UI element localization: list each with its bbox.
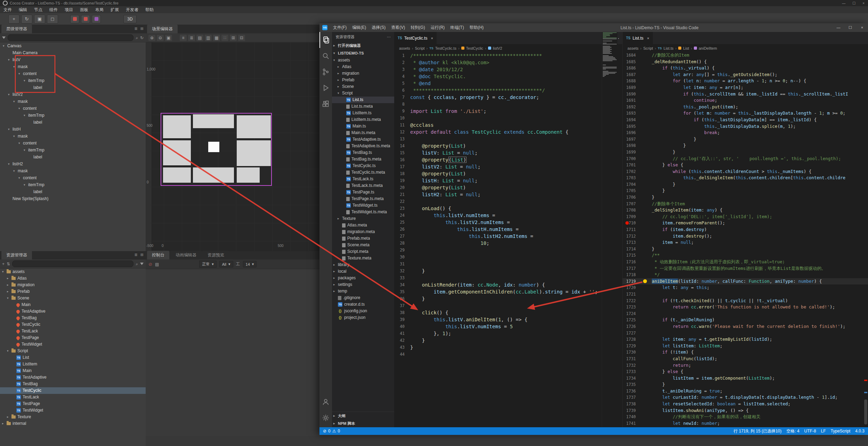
tab-console-2[interactable]: 资源预览 <box>203 251 229 259</box>
code-line[interactable]: 28 10; <box>394 240 622 247</box>
asset-item[interactable]: TSMain <box>0 367 146 374</box>
code-line[interactable]: 1740 //判断有没有下一个，如果有的话，创建相关 <box>623 414 868 420</box>
asset-item[interactable]: TSTestBag <box>0 381 146 387</box>
move-tool-button[interactable]: + <box>8 15 19 24</box>
breadcrumbs[interactable]: assets›Script›TSList.ts›List›aniDelItem <box>623 44 868 52</box>
code-line[interactable]: 1696 break; <box>623 130 868 136</box>
code-line[interactable]: 6 **************************************… <box>394 87 622 94</box>
close-tab-icon[interactable]: × <box>431 36 433 40</box>
code-line[interactable]: 1701 } else { <box>623 162 868 168</box>
code-line[interactable]: 12export default class TestCyclic extend… <box>394 129 622 135</box>
more-actions-icon[interactable]: ⋯ <box>387 35 391 39</box>
cursor-position[interactable]: 行 1719, 列 15 (已选择10) <box>733 428 781 434</box>
code-line[interactable]: 22 <box>394 198 622 205</box>
hierarchy-node-item[interactable]: ▾itemTmp <box>0 147 146 154</box>
code-line[interactable]: 1710 item.removeFromParent(); <box>623 220 868 226</box>
chevron-right-icon[interactable]: ▸ <box>7 414 11 420</box>
zoom-in-icon[interactable]: ⊕ <box>148 35 155 41</box>
hierarchy-node-item[interactable]: ▾listV2 <box>0 91 146 98</box>
explorer-file-item[interactable]: ▾assets <box>332 57 394 64</box>
code-editor[interactable]: 1/**************************************… <box>394 52 622 427</box>
log-level-select[interactable]: 正常▾ <box>199 261 217 268</box>
asset-item[interactable]: Main <box>0 302 146 308</box>
explorer-file-item[interactable]: Prefab.meta <box>332 235 394 242</box>
explorer-file-item[interactable]: ▾Script <box>332 90 394 97</box>
minimize-icon[interactable]: — <box>842 1 845 5</box>
code-line[interactable]: 1718 */ <box>623 272 868 278</box>
breadcrumb-item[interactable]: Script <box>415 46 424 50</box>
menu-item[interactable]: 查看(V) <box>388 25 408 30</box>
code-line[interactable]: 21 listH2: List = null; <box>394 191 622 198</box>
chevron-down-icon[interactable]: ▾ <box>13 133 18 140</box>
scene-node-box[interactable] <box>193 167 234 183</box>
explorer-file-item[interactable]: ▸library <box>332 262 394 268</box>
asset-item[interactable]: TSTestCyclic <box>0 387 146 394</box>
hierarchy-node-item[interactable]: New Sprite(Splash) <box>0 195 146 202</box>
chevron-right-icon[interactable]: ▸ <box>333 262 338 268</box>
explorer-file-item[interactable]: Atlas.meta <box>332 222 394 229</box>
code-line[interactable]: 1717 * 一定要在回调函数里重新设置新的numItems进行刷新，毕竟本Li… <box>623 265 868 272</box>
explorer-file-item[interactable]: TSTestAdaptive.ts <box>332 136 394 143</box>
hierarchy-node-item[interactable]: ▾mask <box>0 98 146 105</box>
explorer-file-item[interactable]: TSMain.ts <box>332 123 394 130</box>
explorer-file-item[interactable]: ListItem.ts.meta <box>332 116 394 123</box>
code-line[interactable]: 5 * @end <box>394 80 622 87</box>
hierarchy-node-item[interactable]: label <box>0 188 146 195</box>
code-line[interactable]: 16 @property(List) <box>394 156 622 163</box>
chevron-down-icon[interactable]: ▾ <box>7 348 11 354</box>
code-line[interactable]: 24 this.listV.numItems = <box>394 212 622 219</box>
filter-funnel-icon[interactable] <box>140 263 144 265</box>
gizmo-toggle-button[interactable] <box>81 15 90 23</box>
code-line[interactable]: 4 * @doc TestCyclic. <box>394 73 622 80</box>
scene-node-box[interactable] <box>237 167 260 183</box>
hierarchy-search-input[interactable] <box>8 34 133 41</box>
asset-item[interactable]: TSTestPage <box>0 400 146 407</box>
menu-item[interactable]: 文件(F) <box>330 25 349 30</box>
menu-item[interactable]: 帮助(H) <box>467 25 487 30</box>
chevron-down-icon[interactable]: ▾ <box>13 63 18 70</box>
code-line[interactable]: 37 <box>394 302 622 309</box>
code-line[interactable]: 15 listV: List = null; <box>394 149 622 156</box>
hierarchy-node-item[interactable]: ▾content <box>0 140 146 147</box>
panel-menu-icon[interactable]: ≣ <box>135 253 138 257</box>
menu-item[interactable]: 项目 <box>61 7 76 13</box>
chevron-right-icon[interactable]: ▸ <box>7 282 11 288</box>
code-line[interactable]: 1727 <box>623 330 868 337</box>
menu-item[interactable]: 帮助 <box>142 7 157 13</box>
code-line[interactable]: 8 <box>394 101 622 108</box>
project-section[interactable]: ▾ LISTDEMO-TS <box>332 49 394 57</box>
scene-node-box[interactable] <box>193 114 234 128</box>
scrollbar[interactable] <box>863 32 868 427</box>
hierarchy-node-item[interactable]: ▾content <box>0 70 146 77</box>
code-line[interactable]: 1697 } <box>623 136 868 143</box>
code-line[interactable]: 18 @property(List) <box>394 170 622 177</box>
chevron-down-icon[interactable]: ▾ <box>333 57 338 64</box>
explorer-file-item[interactable]: TestLack.ts.meta <box>332 182 394 189</box>
run-debug-icon[interactable] <box>319 80 332 96</box>
3d-mode-button[interactable]: 3D <box>123 15 137 23</box>
hierarchy-node-item[interactable]: ▾itemTmp <box>0 112 146 119</box>
explorer-file-item[interactable]: TScreator.d.ts <box>332 301 394 308</box>
code-line[interactable]: 1716 * 动效删除Item（此方法只适用于虚拟列表，即_virtual=tr… <box>623 259 868 265</box>
menu-item[interactable]: 编辑(E) <box>349 25 369 30</box>
code-line[interactable]: 33 <box>394 274 622 281</box>
panel-layout-icon[interactable]: ⊞ <box>140 26 144 31</box>
code-line[interactable]: 17 listV2: List = null; <box>394 163 622 170</box>
hierarchy-node-item[interactable]: ▾itemTmp <box>0 77 146 84</box>
explorer-file-item[interactable]: ▸packages <box>332 275 394 281</box>
outline-section[interactable]: ▸大纲 <box>332 412 394 420</box>
code-line[interactable]: 40 this.listV.numItems = 5 <box>394 323 622 330</box>
explorer-file-item[interactable]: TSTestPage.ts <box>332 189 394 196</box>
code-line[interactable]: 29 <box>394 247 622 254</box>
code-line[interactable]: 1730 if (!item) { <box>623 349 868 356</box>
menu-item[interactable]: 扩展 <box>107 7 122 13</box>
indent-setting[interactable]: 空格: 4 <box>786 428 799 434</box>
hierarchy-node-item[interactable]: ▾mask <box>0 63 146 70</box>
refresh-icon[interactable]: ↻ <box>140 35 144 40</box>
hierarchy-node-item[interactable]: ▾mask <box>0 133 146 140</box>
settings-gear-icon[interactable] <box>319 410 332 426</box>
asset-item[interactable]: ▸internal <box>0 420 146 427</box>
code-line[interactable]: 1711 if (item.destroy) <box>623 226 868 233</box>
code-line[interactable]: 1695 this._lastDisplayData.splice(m, 1); <box>623 123 868 130</box>
code-line[interactable]: 1699 } <box>623 149 868 156</box>
